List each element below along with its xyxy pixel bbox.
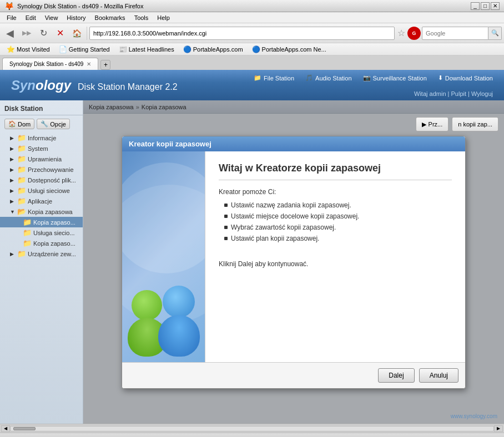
nav-toolbar: ◀ ▶▶ ↻ ✕ 🏠 ☆ G 🔍 (0, 23, 504, 43)
sidebar-item-aplikacje[interactable]: ▶ 📁 Aplikacje (0, 196, 83, 206)
forward-button[interactable]: ▶▶ (19, 26, 34, 41)
search-input[interactable] (422, 27, 488, 40)
tab-close-icon[interactable]: ✕ (87, 61, 91, 67)
sidebar-item-system[interactable]: ▶ 📁 System (0, 143, 83, 154)
folder-icon: 📁 (23, 218, 32, 226)
sidebar-item-urzadzenie[interactable]: ▶ 📁 Urządzenie zew... (0, 248, 83, 259)
star-icon: ⭐ (7, 45, 15, 53)
folder-icon: 📁 (17, 250, 26, 258)
scrollbar-horizontal[interactable]: ◀ ▶ (0, 424, 504, 433)
sidebar-item-uprawnienia[interactable]: ▶ 📁 Uprawnienia (0, 154, 83, 164)
folder-open-icon: 📂 (17, 207, 26, 216)
dsm-logo-syn: Syn (11, 78, 36, 93)
wizard-step-4: Ustawić plan kopii zapasowej. (224, 235, 452, 242)
sidebar-item-kopia2[interactable]: 📁 Kopia zapaso... (0, 238, 83, 248)
sidebar-item-uslugi[interactable]: ▶ 📁 Usługi sieciowe (0, 185, 83, 196)
menu-history[interactable]: History (62, 13, 90, 22)
portableapps2-icon: 🔵 (252, 45, 260, 53)
wizard-step-3: Wybrać zawartość kopii zapasowej. (224, 223, 452, 231)
expand-icon: ▼ (10, 209, 16, 215)
minimize-button[interactable]: _ (471, 2, 480, 10)
scrollbar-track[interactable] (10, 426, 494, 431)
menu-edit[interactable]: Edit (21, 13, 41, 22)
stop-button[interactable]: ✕ (52, 26, 68, 41)
behind-panel-buttons: ▶ Prz... n kopii zap... (416, 117, 498, 131)
next-button[interactable]: Dalej (378, 368, 414, 383)
dsm-header: Syn ology Disk Station Manager 2.2 📁 Fil… (0, 70, 504, 100)
expand-icon: ▶ (10, 177, 16, 183)
expand-icon: ▶ (10, 146, 16, 151)
expand-icon: ▶ (10, 135, 16, 141)
portableapps-icon: 🔵 (183, 45, 191, 53)
sidebar-item-usluga[interactable]: 📁 Usługa siecio... (0, 227, 83, 238)
scrollbar-thumb[interactable] (13, 427, 36, 430)
menu-view[interactable]: View (41, 13, 63, 22)
main-panel: Kopia zapasowa » Kopia zapasowa ▶ Prz...… (83, 100, 504, 424)
bullet-icon (224, 226, 228, 229)
figure-blue-container (158, 286, 200, 357)
dsm-app-surveillance[interactable]: 📷 Surveillance Station (363, 74, 427, 82)
options-button[interactable]: 🔧 Opcje (37, 119, 70, 129)
sidebar-item-kopia-selected[interactable]: 📁 Kopia zapaso... (0, 217, 83, 227)
scroll-right-button[interactable]: ▶ (494, 425, 503, 432)
bookmark-most-visited[interactable]: ⭐ Most Visited (3, 45, 53, 54)
sidebar-header: Disk Station (0, 103, 83, 115)
filestation-icon: 📁 (254, 74, 261, 82)
wizard-intro: Kreator pomoże Ci: (219, 188, 452, 196)
menu-help[interactable]: Help (153, 13, 174, 22)
news-icon: 📰 (119, 45, 127, 53)
bookmark-portableapps1[interactable]: 🔵 PortableApps.com (180, 45, 246, 54)
folder-icon: 📁 (17, 134, 26, 142)
wizard-title-text: Kreator kopii zapasowej (129, 140, 211, 148)
home-button[interactable]: 🏠 (69, 26, 84, 41)
search-button[interactable]: 🔍 (488, 27, 502, 40)
close-button[interactable]: ✕ (491, 2, 500, 10)
back-button[interactable]: ◀ (2, 26, 18, 41)
dsm-user-info: Witaj admin | Pulpit | Wyloguj (414, 90, 493, 97)
expand-icon: ▶ (10, 156, 16, 162)
sidebar-item-informacje[interactable]: ▶ 📁 Informacje (0, 133, 83, 143)
synology-credit: www.synology.com (451, 413, 497, 419)
bookmark-portableapps2[interactable]: 🔵 PortableApps.com Ne... (249, 45, 330, 54)
menu-tools[interactable]: Tools (130, 13, 153, 22)
address-input[interactable] (89, 27, 395, 40)
bookmark-headlines[interactable]: 📰 Latest Headlines (115, 45, 178, 54)
folder-icon: 📁 (17, 165, 26, 174)
tabs-bar: Synology Disk Station - ds409 ✕ + (0, 55, 504, 70)
dsm-app-audiostation[interactable]: 🎵 Audio Station (305, 74, 351, 82)
dsm-body: Disk Station 🏠 Dom 🔧 Opcje ▶ 📁 Informacj… (0, 100, 504, 424)
home-button[interactable]: 🏠 Dom (4, 119, 34, 129)
sidebar-item-przechowywanie[interactable]: ▶ 📁 Przechowywanie (0, 164, 83, 175)
wizard-content: Witaj w Kreatorze kopii zapasowej Kreato… (122, 151, 465, 362)
tab-diskstation[interactable]: Synology Disk Station - ds409 ✕ (2, 58, 98, 70)
expand-icon: ▶ (10, 167, 16, 172)
window-controls[interactable]: _ □ ✕ (471, 2, 500, 10)
expand-icon: ▶ (10, 188, 16, 194)
new-tab-button[interactable]: + (100, 60, 110, 70)
blue-body (158, 315, 200, 357)
sidebar-item-dostepnosc[interactable]: ▶ 📁 Dostępność plik... (0, 175, 83, 185)
folder-icon: 📁 (23, 228, 32, 237)
search-engine-icon[interactable]: G (407, 27, 421, 40)
wizard-main-content: Witaj w Kreatorze kopii zapasowej Kreato… (205, 151, 465, 362)
behind-btn-1[interactable]: ▶ Prz... (416, 117, 449, 131)
address-bar-container: ☆ (89, 27, 406, 40)
scroll-left-button[interactable]: ◀ (1, 425, 10, 432)
bookmark-star-icon[interactable]: ☆ (397, 28, 405, 38)
dsm-app-download[interactable]: ⬇ Download Station (438, 74, 493, 82)
bookmark-getting-started[interactable]: 📄 Getting Started (56, 45, 113, 54)
behind-btn-2[interactable]: n kopii zap... (452, 117, 498, 131)
cancel-button[interactable]: Anuluj (419, 368, 458, 383)
sidebar-item-kopia-root[interactable]: ▼ 📂 Kopia zapasowa (0, 206, 83, 217)
toolbar-separator (87, 27, 87, 40)
menu-bookmarks[interactable]: Bookmarks (90, 13, 130, 22)
blue-head (163, 286, 195, 318)
wizard-illustration (122, 151, 205, 362)
wizard-next-instruction: Kliknij Dalej aby kontynuować. (219, 260, 452, 268)
wizard-step-2: Ustawić miejsce docelowe kopii zapasowej… (224, 212, 452, 220)
refresh-button[interactable]: ↻ (36, 26, 51, 41)
menu-file[interactable]: File (2, 13, 21, 22)
maximize-button[interactable]: □ (481, 2, 490, 10)
bullet-icon (224, 204, 228, 207)
dsm-app-filestation[interactable]: 📁 File Station (254, 74, 294, 82)
